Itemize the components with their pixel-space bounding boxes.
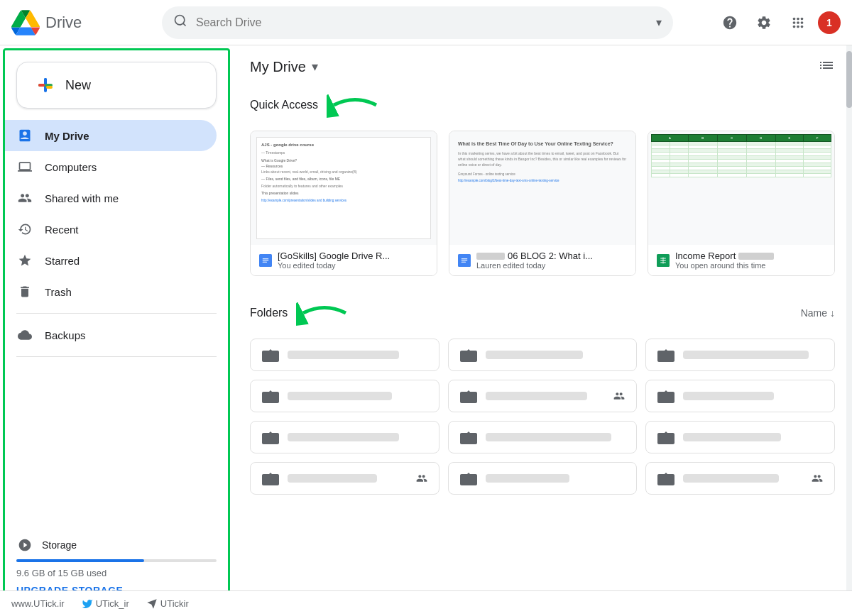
twitter-icon [82, 598, 93, 610]
page-title-area: My Drive ▾ [250, 59, 318, 75]
starred-icon [16, 252, 33, 269]
svg-line-1 [183, 23, 186, 26]
page-title: My Drive [250, 59, 306, 75]
sidebar: New My Drive Computers [3, 48, 230, 613]
recent-icon [16, 221, 33, 238]
search-chevron-icon[interactable]: ▾ [656, 16, 662, 29]
sort-button[interactable]: Name ↓ [801, 307, 835, 319]
file-name-2: 06 BLOG 2: What i... [476, 251, 627, 261]
quick-access-section-title: Quick Access [250, 91, 835, 119]
sidebar-item-my-drive[interactable]: My Drive [5, 120, 217, 151]
drive-title-dropdown-icon[interactable]: ▾ [312, 59, 318, 75]
apps-button[interactable] [784, 9, 812, 37]
folder-item-10[interactable] [250, 462, 439, 495]
new-button[interactable]: New [16, 62, 217, 109]
folder-item-8[interactable] [448, 421, 638, 453]
folder-icon-9 [657, 430, 674, 444]
file-card-2[interactable]: What is the Best Time Of Day to Use Your… [449, 131, 636, 276]
folder-item-11[interactable] [448, 462, 638, 495]
folder-item-4[interactable] [250, 380, 439, 412]
nav-divider [16, 313, 217, 314]
folder-shared-icon-5 [613, 390, 625, 402]
folder-item-9[interactable] [645, 421, 835, 453]
folder-name-9 [683, 433, 823, 441]
folder-item-7[interactable] [250, 421, 439, 453]
file-card-1[interactable]: AJS - google drive course — Timestamps W… [250, 131, 437, 276]
file-info-2: 06 BLOG 2: What i... Lauren edited today [476, 251, 627, 270]
folder-item-5[interactable] [448, 380, 638, 412]
trash-icon [16, 283, 33, 300]
folder-name-6 [683, 392, 823, 400]
main-layout: New My Drive Computers [0, 45, 852, 616]
svg-rect-4 [44, 78, 47, 84]
file-preview-2: What is the Best Time Of Day to Use Your… [449, 131, 635, 245]
file-meta-3: You open around this time [675, 261, 826, 270]
telegram-icon [146, 598, 158, 610]
help-button[interactable] [716, 9, 744, 37]
sidebar-item-computers[interactable]: Computers [5, 151, 217, 182]
folder-name-7 [288, 433, 427, 441]
computers-icon [16, 158, 33, 175]
content-header: My Drive ▾ [250, 57, 835, 77]
search-bar[interactable]: ▾ [162, 6, 673, 39]
view-toggle-icon[interactable] [818, 57, 835, 77]
header-icons: 1 [716, 9, 841, 37]
sheet-icon-3 [657, 254, 670, 267]
sidebar-item-trash[interactable]: Trash [5, 276, 217, 307]
search-icon [173, 13, 187, 31]
file-info-3: Income Report You open around this time [675, 251, 826, 270]
account-avatar[interactable]: 1 [818, 11, 841, 34]
folder-icon-8 [460, 430, 477, 444]
folder-item-1[interactable] [250, 339, 439, 371]
folder-icon-6 [657, 389, 674, 403]
file-name-3: Income Report [675, 251, 826, 261]
folders-section-header: Folders Name ↓ [250, 299, 835, 327]
storage-label: Storage [16, 537, 217, 554]
folder-name-11 [486, 474, 626, 483]
folder-item-12[interactable] [645, 462, 835, 495]
folder-shared-icon-10 [416, 473, 427, 484]
my-drive-icon [16, 127, 33, 144]
folder-item-3[interactable] [645, 339, 835, 371]
folder-icon-7 [262, 430, 279, 444]
sidebar-item-shared-label: Shared with me [45, 192, 119, 204]
quick-access-arrow [327, 91, 383, 119]
sidebar-item-backups[interactable]: Backups [5, 319, 217, 351]
file-footer-3: Income Report You open around this time [648, 245, 834, 275]
file-name-1: [GoSkills] Google Drive R... [278, 251, 428, 261]
app-header: Drive ▾ 1 [0, 0, 852, 45]
app-title: Drive [45, 13, 82, 32]
storage-divider [16, 356, 217, 357]
svg-rect-5 [38, 84, 45, 87]
folder-name-12 [683, 474, 803, 483]
folder-icon-10 [262, 471, 279, 485]
sidebar-item-recent[interactable]: Recent [5, 214, 217, 245]
scrollbar-thumb[interactable] [846, 51, 852, 108]
storage-bar-fill [16, 559, 144, 562]
folder-icon-4 [262, 389, 279, 403]
new-plus-icon [34, 74, 57, 97]
settings-button[interactable] [750, 9, 778, 37]
website-label: www.UTick.ir [11, 598, 65, 609]
folder-name-5 [486, 392, 606, 400]
folder-name-10 [288, 474, 408, 483]
folders-grid [250, 339, 835, 495]
sidebar-item-computers-label: Computers [45, 161, 97, 173]
file-footer-2: 06 BLOG 2: What i... Lauren edited today [449, 245, 635, 275]
file-meta-2: Lauren edited today [476, 261, 627, 270]
file-card-3[interactable]: A B C D E F [648, 131, 835, 276]
new-button-label: New [65, 78, 91, 93]
folders-section-title: Folders [250, 299, 353, 327]
content-area: My Drive ▾ Quick Access [233, 45, 852, 616]
scrollbar-track[interactable] [846, 45, 852, 616]
folder-item-2[interactable] [448, 339, 638, 371]
search-input[interactable] [196, 16, 648, 29]
folder-item-6[interactable] [645, 380, 835, 412]
folder-name-3 [683, 351, 823, 359]
folder-icon-12 [657, 471, 674, 485]
file-info-1: [GoSkills] Google Drive R... You edited … [278, 251, 428, 270]
sidebar-item-shared[interactable]: Shared with me [5, 182, 217, 214]
folder-icon-5 [460, 389, 477, 403]
sidebar-item-starred[interactable]: Starred [5, 245, 217, 276]
file-preview-3: A B C D E F [648, 131, 834, 245]
